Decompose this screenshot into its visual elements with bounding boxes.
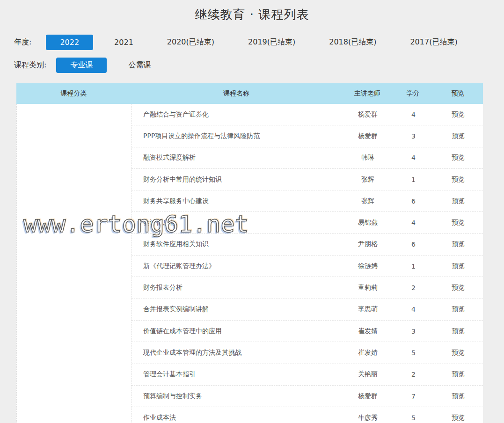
category-filter-label: 课程类别: [14,60,46,70]
course-name: 预算编制与控制实务 [131,392,342,401]
table-row: 财务报表分析 童莉莉 2 预览 [131,277,483,299]
course-name: 现代企业成本管理的方法及其挑战 [131,349,342,357]
course-credits: 4 [394,111,433,118]
course-teacher: 韩琳 [342,153,394,162]
preview-link[interactable]: 预览 [433,197,483,205]
table-row: 新《代理记账管理办法》 徐涟娉 1 预览 [131,255,483,277]
category-options: 专业课公需课 [56,58,172,73]
table-row: 预算编制与控制实务 杨爱群 7 预览 [131,386,483,407]
year-option-2018(已结束)[interactable]: 2018(已结束) [329,37,376,47]
column-header-category: 课程分类 [16,89,131,98]
table-rows: 产融结合与资产证券化 杨爱群 4 预览 PPP项目设立的操作流程与法律风险防范 … [131,104,483,423]
course-credits: 5 [394,349,433,357]
course-credits: 1 [394,176,433,183]
course-credits: 6 [394,241,433,248]
table-row: 融资模式深度解析 韩琳 4 预览 [131,147,483,169]
course-teacher: 童莉莉 [342,284,394,292]
year-filter-label: 年度: [14,37,31,47]
column-header-name: 课程名称 [131,89,342,98]
course-teacher: 徐涟娉 [342,262,394,270]
course-teacher: 牛彦秀 [342,414,394,422]
column-header-credits: 学分 [393,89,433,98]
course-name: 价值链在成本管理中的应用 [131,327,342,335]
course-name: 管理会计基本指引 [131,370,342,379]
course-teacher: 易锦燕 [342,219,394,227]
preview-link[interactable]: 预览 [433,305,483,314]
course-teacher: 尹朋格 [342,240,394,248]
preview-link[interactable]: 预览 [433,327,483,335]
table-row: 产融结合与资产证券化 杨爱群 4 预览 [131,104,483,125]
year-option-2020(已结束)[interactable]: 2020(已结束) [167,37,214,47]
category-option-专业课[interactable]: 专业课 [56,58,107,73]
category-filter-row: 课程类别: 专业课公需课 [14,58,172,73]
column-header-teacher: 主讲老师 [342,89,393,98]
course-teacher: 关艳丽 [342,370,394,379]
preview-link[interactable]: 预览 [433,110,483,119]
course-teacher: 张辉 [342,197,394,205]
course-name: 财务分析中常用的统计知识 [131,175,342,184]
course-credits: 6 [394,197,433,205]
table-row: PPP项目设立的操作流程与法律风险防范 杨爱群 3 预览 [131,125,483,147]
year-option-2017(已结束)[interactable]: 2017(已结束) [410,37,457,47]
course-teacher: 李思萌 [342,305,394,314]
course-name: 新《代理记账管理办法》 [131,262,342,270]
preview-link[interactable]: 预览 [433,153,483,162]
course-credits: 2 [394,284,433,292]
course-teacher: 杨爱群 [342,110,394,119]
table-header: 课程分类 课程名称 主讲老师 学分 预览 [16,83,483,104]
year-option-2019(已结束)[interactable]: 2019(已结束) [248,37,295,47]
category-cell-empty [17,104,131,423]
course-name: 作业成本法 [131,414,342,422]
preview-link[interactable]: 预览 [433,414,483,422]
course-credits: 5 [394,414,433,422]
year-option-2022[interactable]: 2022 [46,35,93,50]
course-credits: 3 [394,328,433,335]
column-header-preview: 预览 [433,89,483,98]
course-credits: 7 [394,393,433,400]
table-body: 产融结合与资产证券化 杨爱群 4 预览 PPP项目设立的操作流程与法律风险防范 … [16,104,483,423]
year-options: 202220212020(已结束)2019(已结束)2018(已结束)2017(… [46,35,491,50]
preview-link[interactable]: 预览 [433,132,483,140]
table-row: 财务软件应用相关知识 尹朋格 6 预览 [131,234,483,255]
course-name: 财务报表分析 [131,284,342,292]
course-table: 课程分类 课程名称 主讲老师 学分 预览 产融结合与资产证券化 杨爱群 4 预览… [16,83,483,423]
course-teacher: 杨爱群 [342,392,394,401]
course-name: 财务软件应用相关知识 [131,240,342,248]
course-credits: 4 [394,306,433,313]
preview-link[interactable]: 预览 [433,262,483,270]
preview-link[interactable]: 预览 [433,349,483,357]
preview-link[interactable]: 预览 [433,219,483,227]
preview-link[interactable]: 预览 [433,370,483,379]
page-title: 继续教育 · 课程列表 [0,7,504,23]
course-name: 产融结合与资产证券化 [131,110,342,119]
table-row: 财务分析中常用的统计知识 张辉 1 预览 [131,169,483,190]
preview-link[interactable]: 预览 [433,284,483,292]
course-credits: 1 [394,263,433,270]
course-teacher: 杨爱群 [342,132,394,140]
table-row: 财务共享服务中心建设 张辉 6 预览 [131,190,483,212]
table-row: 作业成本法 牛彦秀 5 预览 [131,407,483,423]
preview-link[interactable]: 预览 [433,392,483,401]
table-row: 现代企业成本管理的方法及其挑战 崔发婧 5 预览 [131,342,483,364]
table-row: 管理会计基本指引 关艳丽 2 预览 [131,364,483,386]
course-name: 融资模式深度解析 [131,153,342,162]
course-name: 财务共享服务中心建设 [131,197,342,205]
course-teacher: 崔发婧 [342,327,394,335]
course-name: PPP项目设立的操作流程与法律风险防范 [131,132,342,140]
course-credits: 4 [394,154,433,161]
table-row: 价值链在成本管理中的应用 崔发婧 3 预览 [131,321,483,342]
year-option-2021[interactable]: 2021 [114,38,133,47]
page: 继续教育 · 课程列表 年度: 202220212020(已结束)2019(已结… [0,0,504,423]
course-teacher: 张辉 [342,175,394,184]
course-teacher: 崔发婧 [342,349,394,357]
course-credits: 3 [394,132,433,140]
year-filter-row: 年度: 202220212020(已结束)2019(已结束)2018(已结束)2… [14,35,491,50]
table-row: 会计信息化 易锦燕 4 预览 [131,212,483,233]
preview-link[interactable]: 预览 [433,240,483,248]
course-name: 合并报表实例编制讲解 [131,305,342,314]
table-row: 合并报表实例编制讲解 李思萌 4 预览 [131,299,483,321]
preview-link[interactable]: 预览 [433,175,483,184]
course-credits: 4 [394,219,433,226]
category-option-公需课[interactable]: 公需课 [128,60,151,70]
course-name: 会计信息化 [131,219,342,227]
